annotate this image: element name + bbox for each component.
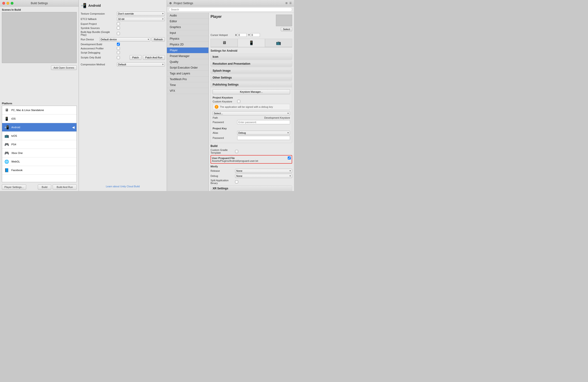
sidebar-item-player[interactable]: Player: [167, 47, 209, 53]
add-open-scenes-button[interactable]: Add Open Scenes: [51, 65, 77, 70]
compression-dropdown-wrap: Default ▼: [117, 62, 165, 66]
section-other-header[interactable]: Other Settings: [211, 75, 292, 80]
build-app-bundle-row: Build App Bundle (Google Play): [81, 31, 165, 36]
keystore-select[interactable]: Select...: [213, 111, 290, 115]
tab-tv[interactable]: 📺: [265, 39, 292, 47]
cursor-x-coord: X: [235, 33, 247, 37]
ps-search-input[interactable]: [169, 7, 292, 12]
section-icon-header[interactable]: Icon: [211, 54, 292, 60]
alias-select[interactable]: Debug: [237, 131, 290, 135]
symlink-sources-label: Symlink Sources: [81, 27, 115, 29]
maximize-button[interactable]: [11, 2, 13, 5]
cloud-build-link[interactable]: Learn about Unity Cloud Build: [81, 183, 165, 189]
user-proguard-label: User Proguard File: [212, 157, 235, 160]
texture-compression-select[interactable]: Don't override: [117, 12, 165, 16]
patch-and-run-button[interactable]: Patch And Run: [143, 55, 165, 60]
sidebar-item-graphics[interactable]: Graphics: [167, 24, 209, 30]
ps-control-icon-1[interactable]: ⊞: [285, 2, 288, 5]
key-password-input[interactable]: [237, 136, 290, 140]
sidebar-item-physics[interactable]: Physics: [167, 36, 209, 42]
run-device-select[interactable]: Default device: [100, 37, 150, 41]
minify-release-dropdown-wrap: None ▼: [235, 169, 292, 173]
development-keystore-label: Development Keystore: [264, 116, 290, 119]
build-app-bundle-checkbox[interactable]: [117, 32, 120, 35]
custom-gradle-checkbox[interactable]: [235, 150, 238, 153]
symlink-sources-checkbox[interactable]: [117, 26, 120, 29]
cursor-y-coord: Y: [248, 33, 260, 37]
scenes-section: Scenes In Build Add Open Scenes: [0, 6, 79, 101]
ps-select-button[interactable]: Select: [281, 27, 292, 31]
webgl-icon: 🌐: [4, 159, 9, 164]
section-resolution-header[interactable]: Resolution and Presentation: [211, 61, 292, 66]
sidebar-item-input[interactable]: Input: [167, 30, 209, 36]
xr-header[interactable]: XR Settings: [211, 186, 292, 191]
refresh-button[interactable]: Refresh: [152, 37, 165, 41]
platform-item-facebook[interactable]: 📘 Facebook: [2, 166, 77, 175]
minify-release-select[interactable]: None: [235, 169, 292, 173]
platform-item-android[interactable]: 📲 Android ◀: [2, 123, 77, 132]
tab-tablet[interactable]: 📱: [238, 39, 265, 47]
scripts-only-build-label: Scripts Only Build: [81, 56, 115, 59]
publishing-settings-section: Publishing Settings Keystore Manager... …: [210, 81, 292, 143]
export-project-checkbox[interactable]: [117, 22, 120, 25]
minimize-button[interactable]: [6, 2, 9, 5]
section-resolution: Resolution and Presentation: [210, 61, 292, 67]
ps-title: Project Settings: [174, 2, 193, 5]
build-button[interactable]: Build: [38, 184, 51, 190]
key-password-row: Password: [213, 136, 290, 140]
compression-select[interactable]: Default: [117, 62, 165, 66]
tvos-icon: 📺: [4, 133, 9, 139]
keystore-manager-button[interactable]: Keystore Manager...: [213, 89, 290, 94]
keystore-password-row: Password: [213, 120, 290, 124]
bottom-buttons: Player Settings... Build Build And Run: [0, 183, 79, 191]
sidebar-item-quality[interactable]: Quality: [167, 59, 209, 65]
build-and-run-button[interactable]: Build And Run: [53, 184, 77, 190]
user-proguard-checkbox[interactable]: [288, 157, 291, 160]
split-app-binary-checkbox[interactable]: [235, 180, 238, 183]
keystore-password-input[interactable]: [237, 120, 290, 124]
publishing-settings-header[interactable]: Publishing Settings: [211, 82, 292, 87]
platform-item-tvos[interactable]: 📺 tvOS: [2, 132, 77, 140]
alias-row: Alias Debug ▼: [213, 131, 290, 135]
scripts-only-build-checkbox[interactable]: [117, 56, 120, 59]
custom-gradle-label: Custom Gradle Template: [210, 149, 234, 154]
add-open-scenes-row: Add Open Scenes: [2, 64, 77, 71]
split-app-binary-row: Split Application Binary: [210, 179, 292, 184]
section-splash-header[interactable]: Splash Image: [211, 68, 292, 74]
cursor-x-input[interactable]: [237, 33, 247, 37]
build-app-bundle-label: Build App Bundle (Google Play): [81, 31, 115, 36]
sidebar-item-scriptexecutionorder[interactable]: Script Execution Order: [167, 65, 209, 71]
sidebar-item-presetmanager[interactable]: Preset Manager: [167, 53, 209, 59]
minify-debug-select[interactable]: None: [235, 174, 292, 178]
settings-gear-icon: ⚙: [169, 2, 172, 5]
custom-keystore-row: Custom Keystore: [213, 100, 290, 103]
platform-item-xboxone[interactable]: 🎮 Xbox One: [2, 149, 77, 157]
tab-desktop[interactable]: 🖥: [210, 39, 238, 47]
close-button[interactable]: [2, 2, 5, 5]
ps-header-right: Select: [276, 15, 292, 31]
patch-button[interactable]: Patch: [130, 55, 141, 60]
sidebar-item-editor[interactable]: Editor: [167, 19, 209, 24]
autoconnect-profiler-checkbox[interactable]: [117, 47, 120, 50]
etc2-fallback-select[interactable]: 32-bit: [117, 17, 165, 21]
sidebar-item-audio[interactable]: Audio: [167, 13, 209, 19]
platform-item-ps4[interactable]: 🎮 PS4: [2, 140, 77, 149]
cursor-y-input[interactable]: [251, 33, 260, 37]
sidebar-item-vfx[interactable]: VFX: [167, 88, 209, 94]
minify-debug-row: Debug None ▼: [210, 174, 292, 178]
build-section-label: Build: [210, 144, 292, 148]
sidebar-item-tagsandlayers[interactable]: Tags and Layers: [167, 71, 209, 77]
player-settings-button[interactable]: Player Settings...: [2, 184, 26, 190]
script-debugging-checkbox[interactable]: [117, 51, 120, 54]
development-build-checkbox[interactable]: [117, 43, 120, 46]
sidebar-item-physics2d[interactable]: Physics 2D: [167, 42, 209, 47]
ps-control-icon-2[interactable]: ☰: [289, 2, 292, 5]
platform-item-pc[interactable]: 🖥 PC, Mac & Linux Standalone: [2, 106, 77, 115]
sidebar-item-textmeshpro[interactable]: TextMesh Pro: [167, 77, 209, 82]
platform-item-webgl[interactable]: 🌐 WebGL: [2, 157, 77, 166]
sidebar-item-time[interactable]: Time: [167, 82, 209, 88]
debug-key-info: ! The application will be signed with a …: [213, 104, 290, 110]
custom-keystore-checkbox[interactable]: [237, 100, 240, 103]
android-selected-indicator: ◀: [72, 125, 75, 129]
platform-item-ios[interactable]: 📱 iOS: [2, 115, 77, 123]
